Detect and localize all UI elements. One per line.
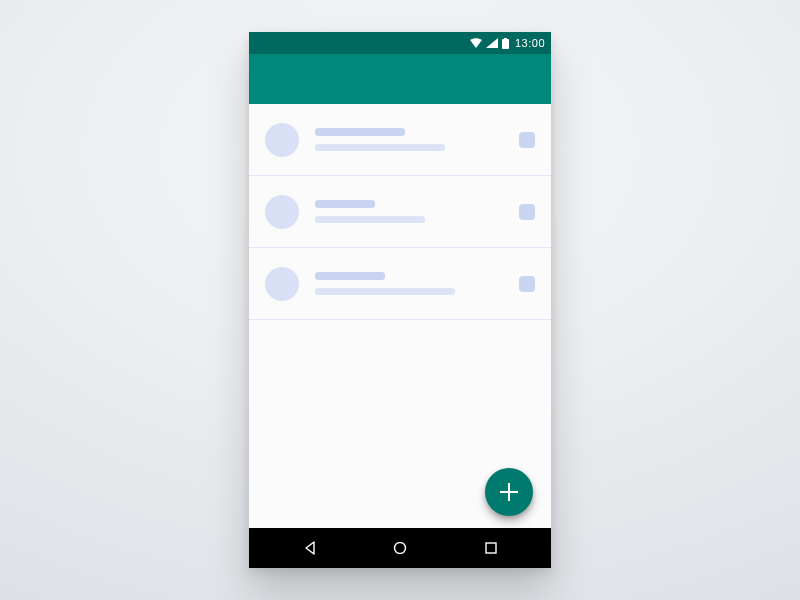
fab-add[interactable] bbox=[485, 468, 533, 516]
title-skeleton bbox=[315, 200, 375, 208]
list-item[interactable] bbox=[249, 104, 551, 176]
clock: 13:00 bbox=[515, 37, 545, 49]
list-item[interactable] bbox=[249, 248, 551, 320]
status-bar: 13:00 bbox=[249, 32, 551, 54]
trailing-action[interactable] bbox=[519, 132, 535, 148]
svg-rect-3 bbox=[486, 543, 496, 553]
svg-point-2 bbox=[395, 543, 406, 554]
home-icon bbox=[392, 540, 408, 556]
wifi-icon bbox=[470, 38, 482, 48]
trailing-action[interactable] bbox=[519, 204, 535, 220]
list-item[interactable] bbox=[249, 176, 551, 248]
device-frame: 13:00 bbox=[249, 32, 551, 568]
title-skeleton bbox=[315, 128, 405, 136]
avatar bbox=[265, 123, 299, 157]
subtitle-skeleton bbox=[315, 144, 445, 151]
app-bar bbox=[249, 54, 551, 104]
avatar bbox=[265, 267, 299, 301]
nav-home[interactable] bbox=[370, 528, 430, 568]
nav-recents[interactable] bbox=[461, 528, 521, 568]
list-item-text bbox=[315, 272, 503, 295]
back-icon bbox=[302, 540, 318, 556]
subtitle-skeleton bbox=[315, 288, 455, 295]
plus-icon bbox=[500, 483, 518, 501]
recents-icon bbox=[483, 540, 499, 556]
list-item-text bbox=[315, 200, 503, 223]
title-skeleton bbox=[315, 272, 385, 280]
svg-rect-1 bbox=[504, 38, 507, 40]
navigation-bar bbox=[249, 528, 551, 568]
trailing-action[interactable] bbox=[519, 276, 535, 292]
svg-rect-0 bbox=[502, 39, 509, 49]
battery-icon bbox=[502, 38, 509, 49]
content-area bbox=[249, 104, 551, 568]
nav-back[interactable] bbox=[280, 528, 340, 568]
list-item-text bbox=[315, 128, 503, 151]
signal-icon bbox=[486, 38, 498, 48]
subtitle-skeleton bbox=[315, 216, 425, 223]
avatar bbox=[265, 195, 299, 229]
